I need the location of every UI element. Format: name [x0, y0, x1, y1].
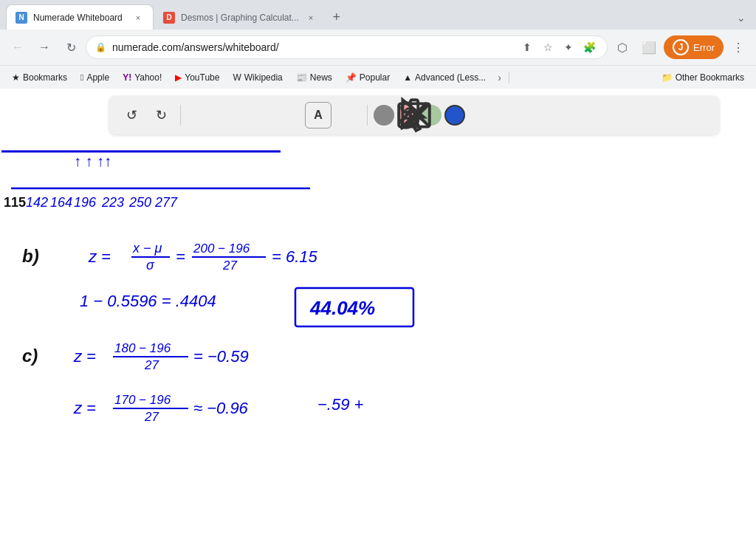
- bookmark-label: News: [310, 72, 332, 83]
- svg-text:170 − 196: 170 − 196: [114, 393, 171, 407]
- cast-icon[interactable]: ⬡: [611, 35, 634, 59]
- svg-text:x − μ: x − μ: [132, 241, 162, 256]
- bookmarks-more-button[interactable]: ›: [493, 69, 506, 86]
- bookmarks-bar: ★ Bookmarks  Apple Y! Yahoo! ▶ YouTube …: [0, 65, 756, 89]
- svg-text:27: 27: [144, 410, 159, 424]
- youtube-icon: ▶: [175, 72, 182, 83]
- svg-text:142: 142: [26, 195, 48, 210]
- apple-icon: : [80, 72, 83, 83]
- bookmark-youtube[interactable]: ▶ YouTube: [169, 69, 225, 86]
- url-text: numerade.com/answers/whiteboard/: [112, 41, 512, 53]
- lock-icon: 🔒: [95, 42, 106, 52]
- wikipedia-icon: W: [233, 72, 241, 83]
- share-icon[interactable]: ⬆: [518, 38, 536, 56]
- tab-favicon-desmos: D: [163, 12, 175, 24]
- tab-title-numerade: Numerade Whiteboard: [33, 13, 126, 23]
- avatar: J: [673, 39, 689, 55]
- svg-text:115: 115: [4, 195, 26, 210]
- svg-text:σ: σ: [146, 258, 155, 273]
- svg-text:196: 196: [74, 195, 97, 210]
- svg-text:223: 223: [101, 195, 124, 210]
- svg-text:27: 27: [144, 358, 159, 372]
- bookmark-label: Bookmarks: [23, 72, 67, 83]
- puzzle-icon[interactable]: 🧩: [580, 38, 598, 56]
- bookmark-label: Advanced (Less...: [415, 72, 486, 83]
- bookmark-apple[interactable]:  Apple: [75, 69, 115, 86]
- svg-text:250: 250: [128, 195, 151, 210]
- bookmarks-end: 📁 Other Bookmarks: [512, 69, 750, 86]
- svg-text:= −0.59: = −0.59: [193, 347, 249, 366]
- svg-text:27: 27: [222, 258, 237, 273]
- svg-text:c): c): [22, 346, 38, 366]
- svg-text:↑  ↑  ↑↑: ↑ ↑ ↑↑: [74, 153, 111, 169]
- bookmark-news[interactable]: 📰 News: [290, 69, 338, 86]
- svg-text:164: 164: [50, 195, 72, 210]
- bookmark-yahoo[interactable]: Y! Yahoo!: [117, 69, 168, 86]
- url-actions: ⬆ ☆ ✦ 🧩: [518, 38, 598, 56]
- bookmark-label: Yahoo!: [134, 72, 162, 83]
- bookmark-star-icon[interactable]: ☆: [539, 38, 557, 56]
- bookmark-label: Apple: [86, 72, 109, 83]
- bookmark-popular[interactable]: 📌 Popular: [340, 69, 396, 86]
- svg-text:−.59 +: −.59 +: [317, 395, 364, 414]
- yahoo-icon: Y!: [123, 72, 131, 83]
- tab-desmos[interactable]: D Desmos | Graphing Calculat... ×: [154, 4, 326, 30]
- svg-text:z =: z =: [73, 347, 96, 366]
- new-tab-button[interactable]: +: [326, 7, 347, 27]
- svg-text:180 − 196: 180 − 196: [114, 341, 171, 355]
- bookmark-label: YouTube: [185, 72, 219, 83]
- bookmark-label: Wikipedia: [244, 72, 283, 83]
- popular-icon: 📌: [346, 72, 357, 83]
- svg-text:1 − 0.5596 = .4404: 1 − 0.5596 = .4404: [80, 292, 216, 310]
- profile-button[interactable]: J Error: [664, 35, 724, 59]
- image-tool-button[interactable]: [334, 102, 361, 129]
- tab-close-numerade[interactable]: ×: [132, 12, 144, 24]
- menu-button[interactable]: ⋮: [726, 35, 750, 59]
- extension-icon[interactable]: ✦: [560, 38, 577, 56]
- address-bar: ← → ↻ 🔒 numerade.com/answers/whiteboard/…: [0, 30, 756, 65]
- bookmark-bookmarks[interactable]: ★ Bookmarks: [6, 69, 73, 86]
- bookmark-label: Popular: [360, 72, 390, 83]
- tab-bar-end: ⌄: [347, 9, 750, 30]
- svg-text:=: =: [176, 247, 185, 266]
- browser-actions: ⬡ ⬜ J Error ⋮: [611, 35, 750, 59]
- reload-button[interactable]: ↻: [59, 35, 83, 59]
- back-button[interactable]: ←: [6, 35, 30, 59]
- svg-text:277: 277: [154, 195, 178, 210]
- svg-text:= 6.15: = 6.15: [272, 247, 318, 266]
- tab-bar: N Numerade Whiteboard × D Desmos | Graph…: [0, 0, 756, 30]
- whiteboard-toolbar: ↺ ↻ A: [109, 96, 719, 134]
- other-bookmarks-icon: 📁: [662, 72, 673, 83]
- star-icon: ★: [12, 72, 20, 83]
- svg-text:z =: z =: [73, 399, 96, 417]
- tab-close-desmos[interactable]: ×: [305, 12, 317, 24]
- bookmarks-separator: [509, 72, 509, 83]
- svg-text:≈ −0.96: ≈ −0.96: [193, 399, 249, 417]
- svg-text:200 − 196: 200 − 196: [193, 242, 250, 256]
- whiteboard[interactable]: ↺ ↻ A: [0, 89, 756, 548]
- browser-frame: N Numerade Whiteboard × D Desmos | Graph…: [0, 0, 756, 548]
- other-bookmarks[interactable]: 📁 Other Bookmarks: [656, 69, 750, 86]
- forward-button[interactable]: →: [32, 35, 56, 59]
- news-icon: 📰: [296, 72, 307, 83]
- tab-title-desmos: Desmos | Graphing Calculat...: [181, 13, 299, 23]
- window-icon[interactable]: ⬜: [637, 35, 661, 59]
- tab-numerade[interactable]: N Numerade Whiteboard ×: [6, 4, 154, 30]
- tab-favicon-numerade: N: [16, 12, 27, 24]
- svg-text:44.04%: 44.04%: [309, 297, 375, 319]
- more-tabs-button[interactable]: ⌄: [732, 9, 750, 27]
- url-bar[interactable]: 🔒 numerade.com/answers/whiteboard/ ⬆ ☆ ✦…: [86, 35, 608, 59]
- advanced-icon: ▲: [403, 72, 412, 83]
- profile-status: Error: [693, 42, 715, 53]
- bookmark-advanced[interactable]: ▲ Advanced (Less...: [397, 69, 492, 86]
- svg-text:z =: z =: [88, 247, 111, 266]
- whiteboard-drawing: 115 142 164 196 223 250 277 b) z = x − μ…: [0, 140, 650, 548]
- svg-text:b): b): [22, 246, 39, 266]
- bookmark-wikipedia[interactable]: W Wikipedia: [227, 69, 288, 86]
- other-bookmarks-label: Other Bookmarks: [676, 72, 744, 83]
